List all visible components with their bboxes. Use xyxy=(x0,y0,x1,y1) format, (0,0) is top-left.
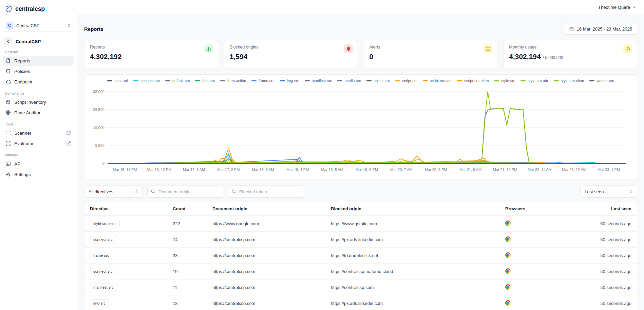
table-row[interactable]: frame-src23https://centralcsp.comhttps:/… xyxy=(84,248,637,264)
browsers-cell xyxy=(500,264,578,279)
blocked-origin-input[interactable] xyxy=(228,186,304,198)
last-seen-select[interactable]: Last seen xyxy=(580,186,637,198)
chrome-browser-icon xyxy=(505,268,511,274)
sidebar-item-script-inventory[interactable]: Script Inventory xyxy=(3,97,74,107)
search-icon xyxy=(151,189,156,195)
gear-icon xyxy=(5,172,11,177)
col-browsers: Browsers xyxy=(500,202,578,216)
svg-text:Mar 16, 12 PM: Mar 16, 12 PM xyxy=(147,168,172,172)
table-row[interactable]: style-src-elem222https://www.google.comh… xyxy=(84,216,637,232)
col-document-origin: Document origin xyxy=(207,202,325,216)
legend-item-style-src[interactable]: style-src xyxy=(494,79,515,83)
document-origin-cell: https://centralcsp.com xyxy=(207,295,325,310)
sidebar-item-reports[interactable]: Reports xyxy=(3,56,74,66)
legend-color-swatch xyxy=(589,80,594,81)
chrome-browser-icon xyxy=(505,220,511,226)
user-menu[interactable]: Theotime Quere xyxy=(598,5,637,10)
document-origin-cell: https://centralcsp.com xyxy=(207,264,325,279)
legend-color-swatch xyxy=(251,80,257,81)
legend-item-default-src[interactable]: default-src xyxy=(165,79,190,83)
directive-badge: style-src-elem xyxy=(90,220,120,227)
sidebar-item-policies[interactable]: Policies xyxy=(3,66,74,76)
svg-text:Mar 17, 2 PM: Mar 17, 2 PM xyxy=(217,168,240,172)
document-origin-cell: https://centralcsp.com xyxy=(207,279,325,295)
directive-badge: connect-src xyxy=(90,268,116,275)
legend-item-font-src[interactable]: font-src xyxy=(195,79,215,83)
directive-badge: connect-src xyxy=(90,236,116,243)
browsers-cell xyxy=(500,295,578,310)
svg-text:Mar 21, 9 AM: Mar 21, 9 AM xyxy=(459,168,481,172)
sidebar-item-scanner[interactable]: Scanner xyxy=(3,128,74,138)
col-blocked-origin: Blocked origin xyxy=(325,202,500,216)
stat-card-reports: Reports 4,302,192 xyxy=(84,40,218,69)
brand-name: centralcsp xyxy=(15,5,45,13)
legend-color-swatch xyxy=(220,80,225,81)
table-row[interactable]: connect-src74https://centralcsp.comhttps… xyxy=(84,232,637,248)
workspace-name: CentralCSP xyxy=(16,23,63,28)
stat-value: 0 xyxy=(370,53,492,61)
stat-card-monthly-usage: Monthly usage 4,302,194 / 5,000,000 xyxy=(503,40,637,69)
legend-color-swatch xyxy=(280,80,285,81)
sidebar-item-label: Page Auditor xyxy=(14,110,71,115)
nav-section-label: General xyxy=(5,50,72,54)
legend-item-manifest-src[interactable]: manifest-src xyxy=(305,79,332,83)
directive-cell: connect-src xyxy=(84,232,167,248)
calendar-icon xyxy=(569,26,574,32)
sidebar-item-evaluator[interactable]: Evaluator xyxy=(3,138,74,149)
legend-item-base-uri[interactable]: base-uri xyxy=(107,79,128,83)
legend-item-script-src-elem[interactable]: script-src-elem xyxy=(457,79,489,83)
legend-item-style-src-attr[interactable]: style-src-attr xyxy=(520,79,548,83)
terminal-icon xyxy=(5,161,11,167)
legend-item-media-src[interactable]: media-src xyxy=(337,79,361,83)
table-row[interactable]: connect-src19https://centralcsp.comhttps… xyxy=(84,264,637,279)
stats-row: Reports 4,302,192 Blocked origins 1,594 … xyxy=(84,40,637,69)
sidebar-item-api[interactable]: API xyxy=(3,159,74,169)
last-seen-cell: 50 seconds ago xyxy=(578,248,637,264)
stat-label: Alerts xyxy=(370,45,492,50)
workspace-selector[interactable]: C CentralCSP xyxy=(2,19,75,32)
date-range-button[interactable]: 16 Mar, 2025 - 23 Mar, 2025 xyxy=(564,23,637,35)
svg-text:Mar 15, 11 PM: Mar 15, 11 PM xyxy=(113,168,137,172)
brand-logo: centralcsp xyxy=(0,0,77,17)
legend-item-worker-src[interactable]: worker-src xyxy=(589,79,614,83)
directives-select[interactable]: All directives xyxy=(84,186,143,198)
legend-item-script-src-attr[interactable]: script-src-attr xyxy=(423,79,452,83)
svg-text:19,000: 19,000 xyxy=(93,125,105,130)
browsers-cell xyxy=(500,248,578,264)
legend-item-frame-src[interactable]: frame-src xyxy=(251,79,274,83)
legend-item-img-src[interactable]: img-src xyxy=(280,79,299,83)
legend-item-style-src-elem[interactable]: style-src-elem xyxy=(554,79,584,83)
app-root: centralcsp C CentralCSP CentralCSP Gener… xyxy=(0,0,644,310)
file-icon xyxy=(5,58,11,63)
table-row[interactable]: manifest-src11https://centralcsp.comhttp… xyxy=(84,279,637,295)
legend-color-swatch xyxy=(554,80,559,81)
reports-line-chart[interactable]: 09,50019,00028,50038,000Mar 15, 11 PMMar… xyxy=(90,85,631,176)
legend-item-script-src[interactable]: script-src xyxy=(395,79,417,83)
reports-table-card: Directive Count Document origin Blocked … xyxy=(84,202,637,310)
stat-card-blocked-origins: Blocked origins 1,594 xyxy=(224,40,358,69)
document-origin-input[interactable] xyxy=(147,186,223,198)
legend-color-swatch xyxy=(520,80,526,81)
legend-color-swatch xyxy=(395,80,400,81)
document-origin-search xyxy=(147,186,223,198)
back-button[interactable] xyxy=(4,37,12,45)
chevron-updown-icon xyxy=(629,190,633,194)
sidebar-item-settings[interactable]: Settings xyxy=(3,169,74,179)
count-cell: 11 xyxy=(167,279,207,295)
legend-item-form-action[interactable]: form-action xyxy=(220,79,246,83)
cloud-icon xyxy=(5,79,11,84)
svg-text:Mar 23, 12 AM: Mar 23, 12 AM xyxy=(562,168,586,172)
directive-badge: img-src xyxy=(90,299,109,307)
legend-item-connect-src[interactable]: connect-src xyxy=(133,79,160,83)
sidebar-item-endpoint[interactable]: Endpoint xyxy=(3,77,74,87)
document-origin-cell: https://www.google.com xyxy=(207,216,325,232)
document-origin-cell: https://centralcsp.com xyxy=(207,248,325,264)
table-row[interactable]: img-src18https://centralcsp.comhttps://p… xyxy=(84,295,637,310)
legend-item-object-src[interactable]: object-src xyxy=(366,79,390,83)
chevron-updown-icon xyxy=(67,23,71,28)
last-seen-cell: 50 seconds ago xyxy=(578,295,637,310)
directive-badge: frame-src xyxy=(90,252,112,259)
sidebar-item-page-auditor[interactable]: Page Auditor xyxy=(3,108,74,118)
legend-color-swatch xyxy=(494,80,499,81)
svg-text:Mar 22, 11 AM: Mar 22, 11 AM xyxy=(528,168,552,172)
